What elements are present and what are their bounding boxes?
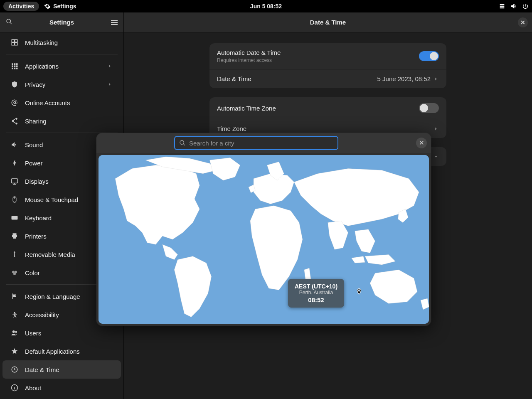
keyboard-icon (11, 214, 18, 222)
mouse-icon (11, 196, 18, 203)
usb-icon (11, 251, 18, 258)
chevron-down-icon (433, 154, 439, 160)
sidebar-item-applications[interactable]: Applications (2, 57, 121, 75)
power-icon (522, 3, 529, 10)
sidebar-item-date-time[interactable]: Date & Time (2, 360, 121, 379)
timezone-time: 08:52 (295, 296, 337, 303)
sidebar-item-default-applications[interactable]: Default Applications (2, 342, 121, 360)
auto-datetime-row: Automatic Date & Time Requires internet … (209, 43, 446, 69)
star-icon (11, 347, 18, 355)
power-icon (11, 159, 18, 167)
sidebar-item-label: Keyboard (25, 214, 52, 222)
chevron-right-icon (433, 126, 439, 132)
location-pin-icon (355, 288, 363, 297)
activities-button[interactable]: Activities (3, 2, 39, 11)
printer-icon (11, 232, 18, 240)
flag-icon (11, 293, 18, 300)
auto-datetime-sub: Requires internet access (217, 57, 281, 63)
world-map-svg (99, 155, 429, 324)
sidebar-item-label: Date & Time (25, 366, 59, 373)
svg-rect-6 (12, 68, 13, 69)
svg-rect-1 (14, 63, 16, 65)
svg-point-17 (15, 331, 17, 333)
svg-point-14 (13, 273, 16, 275)
sidebar-item-label: Multitasking (25, 39, 58, 46)
settings-window: Settings MultitaskingApplicationsPrivacy… (0, 12, 532, 399)
chevron-right-icon (433, 76, 439, 82)
sidebar-item-sharing[interactable]: Sharing (2, 112, 121, 130)
svg-rect-4 (14, 66, 16, 67)
sidebar-item-label: Mouse & Touchpad (25, 196, 78, 203)
svg-point-16 (12, 330, 15, 333)
search-icon[interactable] (6, 18, 12, 26)
sidebar-item-about[interactable]: About (2, 379, 121, 397)
sidebar-item-label: Online Accounts (25, 99, 70, 106)
access-icon (11, 311, 18, 318)
sidebar-item-label: Region & Language (25, 293, 80, 300)
sound-icon (11, 141, 18, 148)
chevron-right-icon (107, 81, 113, 87)
apps-icon (11, 62, 18, 70)
hamburger-icon[interactable] (111, 20, 118, 25)
share-icon (11, 117, 18, 125)
sidebar-title: Settings (12, 19, 111, 26)
datetime-label: Date & Time (217, 75, 251, 82)
svg-rect-9 (12, 179, 18, 183)
svg-rect-3 (12, 66, 13, 67)
page-title: Date & Time (310, 19, 346, 26)
privacy-icon (11, 81, 18, 88)
auto-timezone-row: Automatic Time Zone (209, 97, 446, 119)
sidebar-item-label: Color (25, 269, 40, 276)
timezone-popover: ✕ (96, 133, 431, 326)
timezone-location: Perth, Australia (295, 290, 337, 296)
sidebar-item-label: Displays (25, 178, 49, 185)
clock-icon (11, 366, 18, 373)
at-icon (11, 99, 18, 106)
auto-timezone-label: Automatic Time Zone (217, 105, 276, 112)
timezone-label: Time Zone (217, 125, 246, 132)
sidebar-item-privacy[interactable]: Privacy (2, 75, 121, 94)
timezone-name: AEST (UTC+10) (295, 283, 337, 290)
popover-close-button[interactable]: ✕ (416, 138, 427, 148)
sidebar-item-label: Privacy (25, 81, 45, 88)
city-search-input[interactable] (189, 140, 333, 147)
multitask-icon (11, 39, 18, 46)
timezone-group: Automatic Time Zone Time Zone (209, 97, 446, 138)
svg-rect-2 (16, 63, 18, 65)
sidebar-item-label: Removable Media (25, 251, 75, 258)
auto-datetime-label: Automatic Date & Time (217, 49, 281, 56)
svg-rect-5 (16, 66, 18, 67)
svg-rect-0 (12, 63, 13, 65)
svg-rect-7 (14, 68, 16, 69)
auto-datetime-toggle[interactable] (419, 51, 439, 61)
gear-icon (44, 3, 51, 10)
sidebar-item-online-accounts[interactable]: Online Accounts (2, 94, 121, 112)
app-menu[interactable]: Settings (44, 3, 76, 10)
main-header: Date & Time ✕ (124, 12, 532, 32)
svg-rect-8 (16, 68, 18, 69)
auto-timezone-toggle[interactable] (419, 103, 439, 113)
sidebar-header: Settings (0, 12, 123, 32)
sidebar-separator (6, 54, 118, 54)
network-icon (499, 3, 505, 10)
sidebar-item-users[interactable]: Users (2, 324, 121, 342)
datetime-value: 5 June 2023, 08:52 (377, 75, 431, 82)
sidebar-item-label: Power (25, 160, 43, 167)
close-button[interactable]: ✕ (518, 17, 528, 27)
sidebar-item-label: About (25, 384, 41, 392)
sidebar-item-multitasking[interactable]: Multitasking (2, 33, 121, 52)
sidebar-item-label: Users (25, 330, 41, 337)
system-tray[interactable] (499, 3, 529, 10)
search-icon (179, 140, 186, 146)
city-search-box (174, 136, 338, 150)
svg-rect-11 (12, 216, 18, 220)
timezone-tooltip: AEST (UTC+10) Perth, Australia 08:52 (288, 279, 344, 308)
world-map[interactable]: AEST (UTC+10) Perth, Australia 08:52 (99, 155, 429, 324)
sidebar-item-label: Sound (25, 141, 43, 148)
sidebar-item-label: Default Applications (25, 348, 80, 355)
top-bar: Activities Settings Jun 5 08:52 (0, 0, 532, 12)
clock[interactable]: Jun 5 08:52 (250, 3, 282, 10)
volume-icon (510, 3, 517, 10)
display-icon (11, 177, 18, 185)
datetime-row[interactable]: Date & Time 5 June 2023, 08:52 (209, 69, 446, 88)
